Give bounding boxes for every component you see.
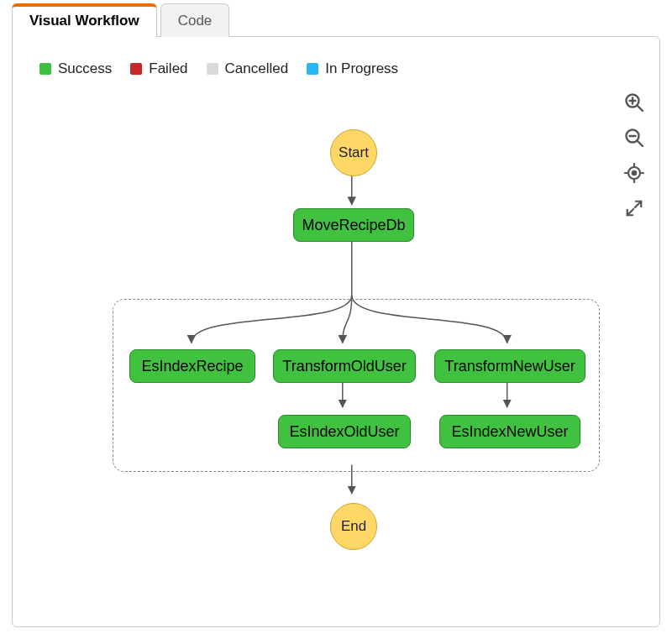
zoom-out-button[interactable] (621, 124, 648, 151)
tab-label: Visual Workflow (29, 13, 139, 29)
node-label: Start (339, 144, 369, 161)
legend-label: Failed (149, 60, 187, 77)
legend-item-success: Success (39, 60, 112, 77)
end-node[interactable]: End (330, 503, 377, 550)
workflow-canvas[interactable]: Start MoveRecipeDb EsIndexRecipe Transfo… (24, 104, 609, 615)
legend-item-cancelled: Cancelled (207, 60, 289, 77)
legend-swatch (307, 63, 318, 75)
node-label: EsIndexOldUser (289, 423, 399, 441)
node-es-index-recipe[interactable]: EsIndexRecipe (129, 349, 255, 383)
tab-bar: Visual Workflow Code (12, 3, 233, 37)
canvas-toolbox (619, 89, 649, 222)
legend-item-in-progress: In Progress (307, 60, 398, 77)
legend-label: Success (58, 60, 112, 77)
legend-label: Cancelled (225, 60, 289, 77)
legend-label: In Progress (325, 60, 398, 77)
node-label: TransformOldUser (282, 358, 406, 375)
svg-line-5 (638, 141, 643, 146)
recenter-button[interactable] (621, 160, 648, 186)
tab-code[interactable]: Code (160, 3, 230, 37)
fullscreen-button[interactable] (621, 195, 648, 222)
node-label: MoveRecipeDb (302, 217, 405, 234)
expand-icon (625, 199, 643, 217)
node-label: TransformNewUser (444, 358, 575, 375)
tab-visual-workflow[interactable]: Visual Workflow (12, 3, 157, 37)
node-label: EsIndexNewUser (451, 423, 568, 441)
node-es-index-old-user[interactable]: EsIndexOldUser (278, 415, 411, 448)
zoom-out-icon (624, 128, 644, 148)
workflow-panel: Success Failed Cancelled In Progress (12, 36, 660, 627)
tab-label: Code (178, 13, 213, 29)
legend-swatch (130, 63, 142, 75)
legend: Success Failed Cancelled In Progress (39, 60, 398, 77)
node-transform-old-user[interactable]: TransformOldUser (273, 349, 416, 383)
legend-swatch (207, 63, 218, 75)
svg-line-1 (638, 106, 643, 111)
svg-point-8 (633, 171, 636, 175)
node-label: End (341, 518, 366, 535)
node-es-index-new-user[interactable]: EsIndexNewUser (439, 415, 580, 448)
zoom-in-button[interactable] (621, 89, 648, 116)
legend-item-failed: Failed (130, 60, 187, 77)
target-icon (624, 163, 644, 183)
legend-swatch (39, 63, 51, 75)
node-transform-new-user[interactable]: TransformNewUser (434, 349, 585, 383)
node-move-recipe-db[interactable]: MoveRecipeDb (293, 208, 414, 242)
node-label: EsIndexRecipe (141, 358, 243, 375)
start-node[interactable]: Start (330, 129, 377, 176)
zoom-in-icon (624, 92, 644, 113)
